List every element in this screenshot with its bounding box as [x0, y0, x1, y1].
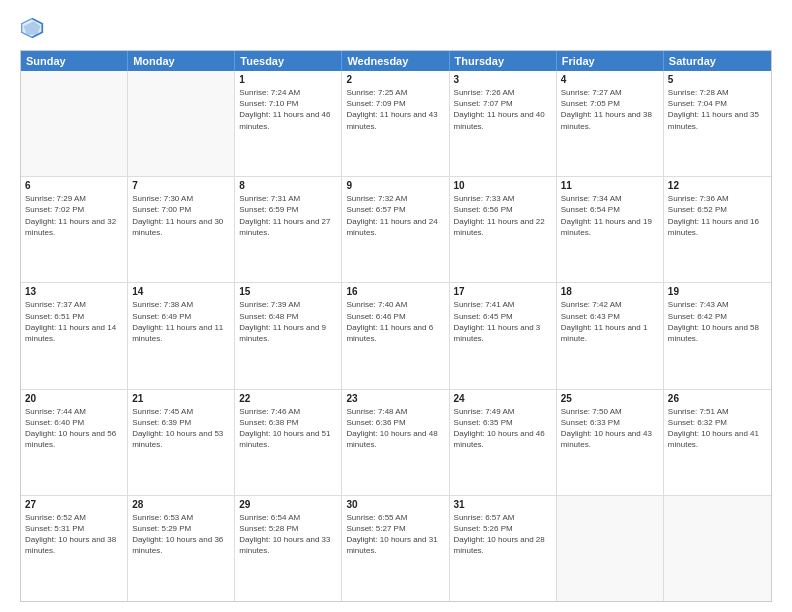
- day-info: Sunrise: 7:27 AM Sunset: 7:05 PM Dayligh…: [561, 87, 659, 132]
- day-cell-15: 15Sunrise: 7:39 AM Sunset: 6:48 PM Dayli…: [235, 283, 342, 388]
- day-cell-11: 11Sunrise: 7:34 AM Sunset: 6:54 PM Dayli…: [557, 177, 664, 282]
- day-header-wednesday: Wednesday: [342, 51, 449, 71]
- day-header-saturday: Saturday: [664, 51, 771, 71]
- day-info: Sunrise: 7:32 AM Sunset: 6:57 PM Dayligh…: [346, 193, 444, 238]
- day-info: Sunrise: 7:45 AM Sunset: 6:39 PM Dayligh…: [132, 406, 230, 451]
- day-number: 7: [132, 180, 230, 191]
- week-row-3: 13Sunrise: 7:37 AM Sunset: 6:51 PM Dayli…: [21, 283, 771, 389]
- day-info: Sunrise: 7:28 AM Sunset: 7:04 PM Dayligh…: [668, 87, 767, 132]
- day-number: 12: [668, 180, 767, 191]
- day-cell-23: 23Sunrise: 7:48 AM Sunset: 6:36 PM Dayli…: [342, 390, 449, 495]
- day-cell-1: 1Sunrise: 7:24 AM Sunset: 7:10 PM Daylig…: [235, 71, 342, 176]
- day-info: Sunrise: 7:26 AM Sunset: 7:07 PM Dayligh…: [454, 87, 552, 132]
- day-info: Sunrise: 7:49 AM Sunset: 6:35 PM Dayligh…: [454, 406, 552, 451]
- day-number: 10: [454, 180, 552, 191]
- empty-cell: [664, 496, 771, 601]
- day-header-thursday: Thursday: [450, 51, 557, 71]
- day-info: Sunrise: 6:52 AM Sunset: 5:31 PM Dayligh…: [25, 512, 123, 557]
- day-number: 19: [668, 286, 767, 297]
- day-cell-27: 27Sunrise: 6:52 AM Sunset: 5:31 PM Dayli…: [21, 496, 128, 601]
- day-number: 2: [346, 74, 444, 85]
- day-cell-29: 29Sunrise: 6:54 AM Sunset: 5:28 PM Dayli…: [235, 496, 342, 601]
- day-number: 3: [454, 74, 552, 85]
- day-cell-12: 12Sunrise: 7:36 AM Sunset: 6:52 PM Dayli…: [664, 177, 771, 282]
- page: SundayMondayTuesdayWednesdayThursdayFrid…: [0, 0, 792, 612]
- day-info: Sunrise: 6:54 AM Sunset: 5:28 PM Dayligh…: [239, 512, 337, 557]
- day-number: 27: [25, 499, 123, 510]
- day-number: 25: [561, 393, 659, 404]
- day-info: Sunrise: 7:42 AM Sunset: 6:43 PM Dayligh…: [561, 299, 659, 344]
- day-number: 26: [668, 393, 767, 404]
- day-info: Sunrise: 7:25 AM Sunset: 7:09 PM Dayligh…: [346, 87, 444, 132]
- day-number: 8: [239, 180, 337, 191]
- day-cell-5: 5Sunrise: 7:28 AM Sunset: 7:04 PM Daylig…: [664, 71, 771, 176]
- day-cell-4: 4Sunrise: 7:27 AM Sunset: 7:05 PM Daylig…: [557, 71, 664, 176]
- header: [20, 16, 772, 40]
- day-info: Sunrise: 6:53 AM Sunset: 5:29 PM Dayligh…: [132, 512, 230, 557]
- day-cell-3: 3Sunrise: 7:26 AM Sunset: 7:07 PM Daylig…: [450, 71, 557, 176]
- day-cell-31: 31Sunrise: 6:57 AM Sunset: 5:26 PM Dayli…: [450, 496, 557, 601]
- day-cell-9: 9Sunrise: 7:32 AM Sunset: 6:57 PM Daylig…: [342, 177, 449, 282]
- day-cell-26: 26Sunrise: 7:51 AM Sunset: 6:32 PM Dayli…: [664, 390, 771, 495]
- day-info: Sunrise: 7:36 AM Sunset: 6:52 PM Dayligh…: [668, 193, 767, 238]
- day-info: Sunrise: 7:43 AM Sunset: 6:42 PM Dayligh…: [668, 299, 767, 344]
- day-header-friday: Friday: [557, 51, 664, 71]
- day-number: 15: [239, 286, 337, 297]
- day-number: 11: [561, 180, 659, 191]
- day-info: Sunrise: 7:37 AM Sunset: 6:51 PM Dayligh…: [25, 299, 123, 344]
- calendar-header: SundayMondayTuesdayWednesdayThursdayFrid…: [21, 51, 771, 71]
- day-info: Sunrise: 7:50 AM Sunset: 6:33 PM Dayligh…: [561, 406, 659, 451]
- day-cell-6: 6Sunrise: 7:29 AM Sunset: 7:02 PM Daylig…: [21, 177, 128, 282]
- day-cell-16: 16Sunrise: 7:40 AM Sunset: 6:46 PM Dayli…: [342, 283, 449, 388]
- day-cell-19: 19Sunrise: 7:43 AM Sunset: 6:42 PM Dayli…: [664, 283, 771, 388]
- day-number: 14: [132, 286, 230, 297]
- day-info: Sunrise: 7:40 AM Sunset: 6:46 PM Dayligh…: [346, 299, 444, 344]
- day-info: Sunrise: 6:55 AM Sunset: 5:27 PM Dayligh…: [346, 512, 444, 557]
- day-number: 28: [132, 499, 230, 510]
- day-info: Sunrise: 7:44 AM Sunset: 6:40 PM Dayligh…: [25, 406, 123, 451]
- day-cell-28: 28Sunrise: 6:53 AM Sunset: 5:29 PM Dayli…: [128, 496, 235, 601]
- day-number: 24: [454, 393, 552, 404]
- week-row-5: 27Sunrise: 6:52 AM Sunset: 5:31 PM Dayli…: [21, 496, 771, 601]
- day-number: 13: [25, 286, 123, 297]
- day-cell-13: 13Sunrise: 7:37 AM Sunset: 6:51 PM Dayli…: [21, 283, 128, 388]
- day-header-monday: Monday: [128, 51, 235, 71]
- day-info: Sunrise: 6:57 AM Sunset: 5:26 PM Dayligh…: [454, 512, 552, 557]
- day-info: Sunrise: 7:24 AM Sunset: 7:10 PM Dayligh…: [239, 87, 337, 132]
- day-cell-2: 2Sunrise: 7:25 AM Sunset: 7:09 PM Daylig…: [342, 71, 449, 176]
- day-info: Sunrise: 7:46 AM Sunset: 6:38 PM Dayligh…: [239, 406, 337, 451]
- day-cell-20: 20Sunrise: 7:44 AM Sunset: 6:40 PM Dayli…: [21, 390, 128, 495]
- day-number: 31: [454, 499, 552, 510]
- day-number: 30: [346, 499, 444, 510]
- day-header-tuesday: Tuesday: [235, 51, 342, 71]
- day-info: Sunrise: 7:31 AM Sunset: 6:59 PM Dayligh…: [239, 193, 337, 238]
- empty-cell: [557, 496, 664, 601]
- day-cell-17: 17Sunrise: 7:41 AM Sunset: 6:45 PM Dayli…: [450, 283, 557, 388]
- day-number: 17: [454, 286, 552, 297]
- day-number: 21: [132, 393, 230, 404]
- logo: [20, 16, 48, 40]
- day-cell-21: 21Sunrise: 7:45 AM Sunset: 6:39 PM Dayli…: [128, 390, 235, 495]
- day-cell-18: 18Sunrise: 7:42 AM Sunset: 6:43 PM Dayli…: [557, 283, 664, 388]
- day-cell-10: 10Sunrise: 7:33 AM Sunset: 6:56 PM Dayli…: [450, 177, 557, 282]
- week-row-4: 20Sunrise: 7:44 AM Sunset: 6:40 PM Dayli…: [21, 390, 771, 496]
- day-info: Sunrise: 7:38 AM Sunset: 6:49 PM Dayligh…: [132, 299, 230, 344]
- empty-cell: [21, 71, 128, 176]
- day-cell-7: 7Sunrise: 7:30 AM Sunset: 7:00 PM Daylig…: [128, 177, 235, 282]
- day-info: Sunrise: 7:41 AM Sunset: 6:45 PM Dayligh…: [454, 299, 552, 344]
- day-cell-22: 22Sunrise: 7:46 AM Sunset: 6:38 PM Dayli…: [235, 390, 342, 495]
- day-info: Sunrise: 7:48 AM Sunset: 6:36 PM Dayligh…: [346, 406, 444, 451]
- day-number: 18: [561, 286, 659, 297]
- day-info: Sunrise: 7:39 AM Sunset: 6:48 PM Dayligh…: [239, 299, 337, 344]
- day-cell-25: 25Sunrise: 7:50 AM Sunset: 6:33 PM Dayli…: [557, 390, 664, 495]
- day-header-sunday: Sunday: [21, 51, 128, 71]
- day-number: 29: [239, 499, 337, 510]
- day-cell-8: 8Sunrise: 7:31 AM Sunset: 6:59 PM Daylig…: [235, 177, 342, 282]
- day-cell-30: 30Sunrise: 6:55 AM Sunset: 5:27 PM Dayli…: [342, 496, 449, 601]
- day-number: 5: [668, 74, 767, 85]
- day-info: Sunrise: 7:34 AM Sunset: 6:54 PM Dayligh…: [561, 193, 659, 238]
- day-number: 4: [561, 74, 659, 85]
- logo-icon: [20, 16, 44, 40]
- empty-cell: [128, 71, 235, 176]
- day-number: 6: [25, 180, 123, 191]
